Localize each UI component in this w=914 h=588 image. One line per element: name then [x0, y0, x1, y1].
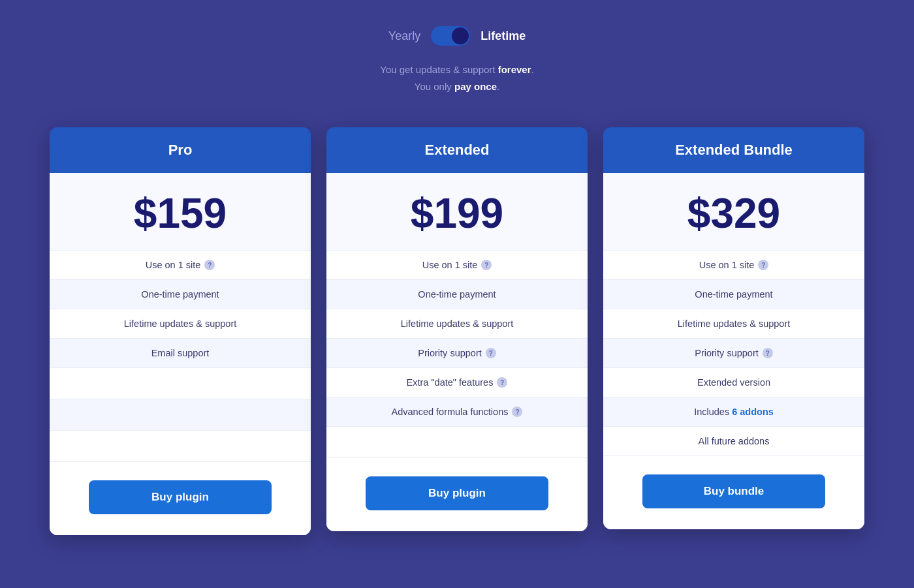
- feature-bundle-payment: One-time payment: [603, 280, 864, 309]
- card-extended-price-section: $199: [326, 173, 588, 251]
- card-extended-price: $199: [339, 193, 575, 234]
- card-extended: Extended $199 Use on 1 site ? One-time p…: [326, 127, 588, 531]
- card-bundle-footer: Buy bundle: [603, 456, 864, 529]
- billing-toggle[interactable]: [431, 26, 470, 46]
- card-extended-body: $199 Use on 1 site ? One-time payment Li…: [326, 173, 588, 531]
- card-pro-price: $159: [63, 193, 298, 234]
- feature-pro-spacer3: [50, 431, 311, 462]
- card-pro-price-section: $159: [50, 173, 311, 251]
- card-pro-body: $159 Use on 1 site ? One-time payment Li…: [50, 173, 311, 535]
- card-bundle-price-section: $329: [603, 173, 864, 251]
- card-bundle-title: Extended Bundle: [675, 142, 793, 158]
- tooltip-icon[interactable]: ?: [758, 260, 768, 270]
- pricing-cards: Pro $159 Use on 1 site ? One-time paymen…: [33, 127, 881, 535]
- card-extended-footer: Buy plugin: [326, 458, 588, 531]
- feature-extended-site: Use on 1 site ?: [326, 251, 588, 280]
- tooltip-icon[interactable]: ?: [497, 377, 507, 388]
- tooltip-icon[interactable]: ?: [763, 348, 773, 358]
- card-extended-header: Extended: [326, 127, 588, 173]
- feature-extended-date: Extra "date" features ?: [326, 368, 588, 397]
- feature-bundle-site: Use on 1 site ?: [603, 251, 864, 280]
- subtitle-line2: You only pay once.: [380, 78, 533, 95]
- card-bundle: Extended Bundle $329 Use on 1 site ? One…: [603, 127, 864, 529]
- feature-extended-payment: One-time payment: [326, 280, 588, 309]
- card-pro: Pro $159 Use on 1 site ? One-time paymen…: [50, 127, 311, 535]
- feature-bundle-priority: Priority support ?: [603, 339, 864, 368]
- tooltip-icon[interactable]: ?: [204, 260, 215, 270]
- billing-toggle-row: Yearly Lifetime: [388, 26, 526, 46]
- addons-link[interactable]: 6 addons: [732, 407, 774, 417]
- feature-pro-site: Use on 1 site ?: [50, 251, 311, 280]
- feature-bundle-addons: Includes 6 addons: [603, 397, 864, 427]
- feature-bundle-lifetime: Lifetime updates & support: [603, 309, 864, 339]
- tooltip-icon[interactable]: ?: [486, 348, 496, 358]
- card-bundle-body: $329 Use on 1 site ? One-time payment Li…: [603, 173, 864, 529]
- buy-plugin-extended-button[interactable]: Buy plugin: [366, 476, 548, 510]
- buy-plugin-pro-button[interactable]: Buy plugin: [89, 480, 272, 514]
- tooltip-icon[interactable]: ?: [512, 407, 522, 417]
- subtitle-line1: You get updates & support forever.: [380, 61, 533, 78]
- card-bundle-header: Extended Bundle: [603, 127, 864, 173]
- card-bundle-price: $329: [616, 193, 851, 234]
- card-extended-title: Extended: [424, 142, 489, 158]
- feature-bundle-extended: Extended version: [603, 368, 864, 397]
- card-pro-title: Pro: [168, 142, 193, 158]
- card-pro-header: Pro: [50, 127, 311, 173]
- feature-extended-spacer1: [326, 427, 588, 458]
- tooltip-icon[interactable]: ?: [481, 260, 492, 270]
- feature-extended-lifetime: Lifetime updates & support: [326, 309, 588, 339]
- feature-pro-payment: One-time payment: [50, 280, 311, 309]
- toggle-knob: [452, 27, 469, 44]
- feature-bundle-future: All future addons: [603, 427, 864, 456]
- card-pro-footer: Buy plugin: [50, 462, 311, 535]
- lifetime-label: Lifetime: [481, 29, 526, 43]
- feature-pro-lifetime: Lifetime updates & support: [50, 309, 311, 339]
- feature-extended-priority: Priority support ?: [326, 339, 588, 368]
- feature-pro-email: Email support: [50, 339, 311, 368]
- yearly-label: Yearly: [388, 29, 420, 43]
- feature-extended-formula: Advanced formula functions ?: [326, 397, 588, 427]
- feature-pro-spacer2: [50, 399, 311, 431]
- billing-subtitle: You get updates & support forever. You o…: [380, 61, 533, 95]
- buy-bundle-button[interactable]: Buy bundle: [642, 474, 825, 508]
- feature-pro-spacer1: [50, 368, 311, 399]
